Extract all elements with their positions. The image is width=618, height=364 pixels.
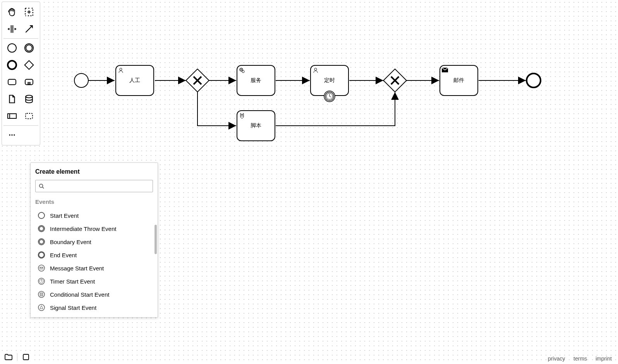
- popup-search-input[interactable]: [47, 183, 149, 189]
- open-file-icon[interactable]: [2, 352, 15, 362]
- timer-boundary-event[interactable]: [324, 91, 335, 102]
- popup-item-label: Intermediate Throw Event: [50, 226, 116, 232]
- user-icon: [312, 67, 319, 75]
- message-event-icon: [38, 264, 45, 272]
- svg-point-20: [242, 70, 244, 73]
- end-event-icon: [38, 251, 45, 259]
- intermediate-event-icon: [38, 225, 45, 232]
- start-event[interactable]: [74, 73, 88, 87]
- popup-item-end-event[interactable]: End Event: [35, 248, 153, 261]
- flow[interactable]: [276, 92, 395, 126]
- timer-event-icon: [38, 277, 45, 285]
- gateway-2[interactable]: [383, 69, 406, 92]
- scrollbar-thumb[interactable]: [154, 225, 157, 254]
- boundary-event-icon: [38, 238, 45, 246]
- flow[interactable]: [197, 92, 236, 126]
- popup-item-signal-start-event[interactable]: Signal Start Event: [35, 301, 153, 314]
- popup-title: Create element: [35, 168, 153, 175]
- popup-item-boundary-event[interactable]: Boundary Event: [35, 235, 153, 248]
- gateway-1[interactable]: [186, 69, 209, 92]
- task-label: 服务: [251, 77, 261, 84]
- svg-point-27: [38, 212, 45, 219]
- signal-event-icon: [38, 304, 45, 311]
- popup-item-start-event[interactable]: Start Event: [35, 209, 153, 222]
- divider: [17, 353, 17, 361]
- svg-point-31: [39, 240, 44, 244]
- popup-item-label: Start Event: [50, 212, 79, 219]
- end-event[interactable]: [527, 73, 541, 87]
- script-icon: [239, 113, 245, 120]
- popup-item-timer-start-event[interactable]: Timer Start Event: [35, 275, 153, 288]
- gear-icon: [239, 67, 245, 75]
- popup-item-label: End Event: [50, 252, 77, 258]
- svg-point-29: [39, 227, 44, 231]
- footer-links: privacy terms imprint: [541, 355, 612, 362]
- popup-item-label: Conditional Start Event: [50, 291, 109, 298]
- popup-item-conditional-start-event[interactable]: Conditional Start Event: [35, 288, 153, 301]
- new-diagram-icon[interactable]: [19, 352, 33, 362]
- popup-item-message-start-event[interactable]: Message Start Event: [35, 261, 153, 275]
- popup-item-label: Signal Start Event: [50, 304, 96, 311]
- create-element-popup: Create element Events Start Event Interm…: [30, 162, 158, 318]
- task-script[interactable]: 脚本: [237, 110, 275, 141]
- popup-group-header: Events: [35, 198, 153, 205]
- popup-item-label: Boundary Event: [50, 239, 91, 245]
- task-label: 邮件: [453, 77, 464, 84]
- user-icon: [118, 67, 124, 75]
- svg-point-26: [39, 184, 43, 188]
- task-label: 脚本: [251, 122, 261, 129]
- search-icon: [39, 183, 44, 189]
- svg-point-19: [241, 69, 242, 70]
- svg-point-17: [120, 68, 122, 70]
- popup-search[interactable]: [35, 180, 153, 192]
- popup-item-label: Message Start Event: [50, 265, 104, 272]
- task-label: 定时: [324, 77, 335, 84]
- terms-link[interactable]: terms: [573, 355, 587, 362]
- bottom-toolbar: [2, 352, 33, 362]
- popup-item-intermediate-throw-event[interactable]: Intermediate Throw Event: [35, 222, 153, 235]
- conditional-event-icon: [38, 291, 45, 298]
- popup-item-label: Timer Start Event: [50, 278, 95, 285]
- svg-point-21: [314, 68, 317, 70]
- mail-icon: [442, 67, 448, 73]
- start-event-icon: [38, 212, 45, 219]
- task-mail[interactable]: 邮件: [439, 65, 478, 96]
- privacy-link[interactable]: privacy: [548, 355, 565, 362]
- task-label: 人工: [129, 77, 140, 84]
- imprint-link[interactable]: imprint: [596, 355, 612, 362]
- task-service[interactable]: 服务: [237, 65, 275, 96]
- svg-rect-40: [23, 354, 29, 360]
- svg-point-32: [39, 252, 45, 258]
- task-manual[interactable]: 人工: [115, 65, 154, 96]
